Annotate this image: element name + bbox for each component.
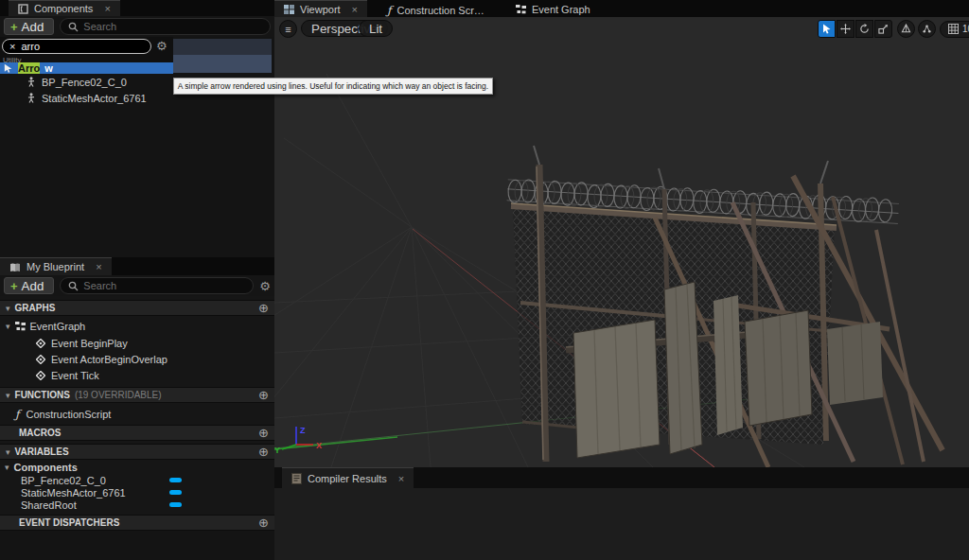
chevron-down-icon[interactable]: ▾ [6,322,10,331]
clear-search-icon[interactable]: × [9,42,15,52]
plus-icon: + [10,280,18,292]
section-functions[interactable]: ▾ FUNCTIONS (19 OVERRIDABLE) ⊕ [0,387,274,403]
blueprint-add-button[interactable]: + Add [4,277,54,294]
variable-type-pill[interactable] [169,502,182,507]
tab-my-blueprint[interactable]: My Blueprint × [0,257,112,275]
add-component-button[interactable]: + Add [4,18,54,35]
variables-category-label: Components [14,462,78,473]
axis-y-label: Y [274,446,280,455]
graph-eventgraph[interactable]: ▾ EventGraph [0,319,274,334]
viewport-menu-button[interactable]: ≡ [279,20,297,38]
coordinate-space-button[interactable] [897,20,915,38]
arrow-cursor-icon [4,63,13,73]
variable-row[interactable]: BP_Fence02_C_0 [0,474,274,486]
grid-snap-button[interactable]: 100 [940,21,969,38]
variable-row[interactable]: SharedRoot [0,499,274,511]
components-search[interactable] [60,18,271,35]
components-tabbar: Components × [0,0,274,16]
section-variables-label: VARIABLES [15,446,69,457]
eventgraph-label: EventGraph [30,321,86,332]
section-variables[interactable]: ▾ VARIABLES ⊕ [0,444,274,460]
add-graph-icon[interactable]: ⊕ [258,301,269,315]
compiler-results-panel [274,488,969,560]
book-icon [9,262,21,272]
chevron-down-icon[interactable]: ▾ [6,304,10,313]
components-icon [18,4,28,14]
chevron-down-icon[interactable]: ▾ [5,463,9,472]
add-variable-icon[interactable]: ⊕ [258,445,269,459]
event-label: Event Tick [51,370,99,381]
viewport-tabbar: Viewport × ƒ Construction Scr… Event Gra… [274,0,969,17]
gear-icon[interactable]: ⚙ [156,40,167,52]
event-icon [36,371,45,380]
close-icon[interactable]: × [398,473,404,484]
move-tool-button[interactable] [837,20,854,38]
gear-icon[interactable]: ⚙ [259,280,271,292]
tree-item-label: BP_Fence02_C_0 [42,77,127,88]
add-function-icon[interactable]: ⊕ [258,388,269,402]
graph-icon [516,5,526,14]
section-graphs[interactable]: ▾ GRAPHS ⊕ [0,300,274,316]
axis-x-label: X [316,441,322,450]
dropdown-search-field[interactable]: × [2,39,151,54]
plus-icon: + [10,21,18,33]
section-macros[interactable]: MACROS ⊕ [0,425,274,441]
snap-icon [922,24,932,34]
rotate-tool-button[interactable] [855,20,873,38]
surface-snapping-button[interactable] [918,20,936,38]
close-icon[interactable]: × [104,3,110,14]
select-tool-button[interactable] [818,20,836,38]
function-icon: ƒ [387,4,391,17]
variable-type-pill[interactable] [169,490,182,495]
add-macro-icon[interactable]: ⊕ [258,426,269,440]
tab-components[interactable]: Components × [9,0,120,16]
grid-snap-value: 100 [962,24,969,34]
add-dispatcher-icon[interactable]: ⊕ [258,516,269,530]
axis-z-label: Z [300,426,306,435]
myblueprint-search[interactable] [60,277,254,294]
chevron-down-icon[interactable]: ▾ [6,447,10,457]
chevron-down-icon[interactable]: ▾ [6,391,10,400]
myblueprint-search-input[interactable] [83,280,245,291]
select-arrow-icon [822,24,832,34]
graph-event-beginplay[interactable]: Event BeginPlay [0,335,274,351]
move-icon [840,24,851,34]
search-icon [68,22,79,32]
scale-icon [878,24,889,34]
variable-type-pill[interactable] [169,478,182,482]
event-icon [36,355,45,364]
components-search-input[interactable] [83,21,262,32]
section-event-dispatchers-label: EVENT DISPATCHERS [19,517,119,528]
variables-category-components[interactable]: ▾ Components [0,461,274,474]
close-icon[interactable]: × [96,261,101,272]
result-match: Arro [18,62,40,74]
tab-compiler-results[interactable]: Compiler Results × [282,467,414,488]
dropdown-result-arrow[interactable]: Arrow [0,62,173,74]
graph-event-tick[interactable]: Event Tick [0,367,274,383]
component-row-highlight[interactable] [173,55,272,73]
component-row-highlight[interactable] [173,39,272,55]
tab-event-graph[interactable]: Event Graph [506,1,600,18]
myblueprint-empty [0,531,274,560]
tab-viewport[interactable]: Viewport × [274,0,367,17]
function-constructionscript[interactable]: ƒ ConstructionScript [0,407,274,422]
scale-tool-button[interactable] [874,20,892,38]
section-graphs-label: GRAPHS [15,303,56,313]
lit-button[interactable]: Lit [359,20,393,37]
tab-construction-label: Construction Scr… [397,5,484,16]
actor-icon [26,93,36,103]
event-label: Event BeginPlay [51,338,128,349]
variable-label: StaticMeshActor_6761 [21,487,126,499]
graph-icon [15,322,26,331]
myblueprint-tabbar: My Blueprint × [0,257,274,275]
tooltip: A simple arrow rendered using lines. Use… [173,78,493,95]
tree-item-label: StaticMeshActor_6761 [42,93,147,104]
close-icon[interactable]: × [352,4,358,15]
variable-row[interactable]: StaticMeshActor_6761 [0,486,274,499]
graph-event-actorbeginoverlap[interactable]: Event ActorBeginOverlap [0,351,274,367]
variable-label: BP_Fence02_C_0 [21,475,106,486]
actor-icon [26,77,36,87]
dropdown-search-input[interactable] [21,41,144,52]
section-event-dispatchers[interactable]: EVENT DISPATCHERS ⊕ [0,515,274,531]
tab-construction-script[interactable]: ƒ Construction Scr… [378,2,494,19]
